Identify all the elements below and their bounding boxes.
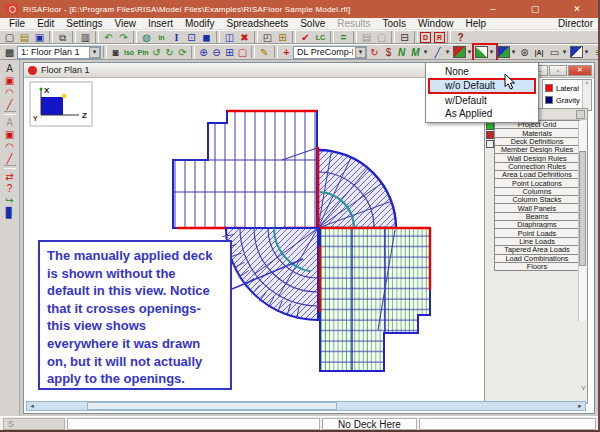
chevron-down-icon[interactable]: ▾ [422,48,429,56]
chevron-down-icon[interactable]: ▾ [466,48,473,56]
open-file-icon[interactable]: ▤ [17,31,32,44]
menu-tools[interactable]: Tools [377,18,412,29]
scroll-right-icon[interactable]: ► [575,402,585,410]
copy-icon[interactable]: ⧉ [55,31,70,44]
child-close-button[interactable]: ✕ [568,65,592,76]
rotate-right-icon[interactable]: ↻ [163,46,176,59]
window-icon[interactable]: ◰ [260,31,275,44]
zoom-extents-icon[interactable]: ▢ [236,46,249,59]
floor-plan-canvas[interactable]: X Z Y The manually applied deck is shown… [24,78,594,413]
data-entry-area-load-definitions[interactable]: Area Load Definitions [494,170,580,179]
solve-icon[interactable]: = [336,31,351,44]
box-unselect-icon[interactable]: ▣ [2,128,17,140]
snap-icon[interactable]: + [280,46,293,59]
loads-icon[interactable]: ⊛ [518,46,531,59]
minimize-button[interactable]: – [472,0,514,18]
save-selection-icon[interactable]: ↪ [2,194,17,206]
menu-spreadsheets[interactable]: Spreadsheets [220,18,294,29]
chevron-down-icon[interactable]: ▾ [444,48,451,56]
redo-icon[interactable]: ↷ [116,31,131,44]
measure-icon[interactable]: |A| [531,46,547,59]
pin-view-icon[interactable]: Pin [136,46,150,59]
units-icon[interactable]: in [154,31,169,44]
deck-load-select[interactable]: DL PreComp-Pre ▾ [293,46,367,59]
new-file-icon[interactable]: ▢ [2,31,17,44]
view-select[interactable]: 1: Floor Plan 1 ▾ [17,46,101,59]
menu-settings[interactable]: Settings [60,18,108,29]
menu-window[interactable]: Window [412,18,460,29]
check-data-icon[interactable]: ✔ [298,31,313,44]
select-all-icon[interactable]: A [2,62,17,74]
rotate-left-icon[interactable]: ↺ [150,46,163,59]
draw-node-icon[interactable]: N [395,46,408,59]
scroll-left-icon[interactable]: ◄ [27,402,37,410]
draw-toggle-icon[interactable] [486,122,494,130]
new-view-icon[interactable]: ▩ [2,46,17,59]
horizontal-scrollbar[interactable]: ◄ ► [26,401,586,411]
draw-slab-tool[interactable]: ▾ [496,45,518,60]
blank-toggle-icon[interactable] [486,140,494,148]
stop-toggle-icon[interactable] [486,131,494,139]
menu-director[interactable]: Director [552,18,598,29]
chevron-down-icon[interactable]: ▾ [89,47,100,58]
grade-tool[interactable]: ≡ ▾ [591,45,600,60]
menu-option-wo-default[interactable]: w/o Default [430,80,534,92]
menu-help[interactable]: Help [460,18,493,29]
full-model-view-icon[interactable]: ⊡ [184,31,199,44]
draw-line-tool[interactable]: ╱ ▾ [430,45,452,60]
undo-icon[interactable]: ↶ [101,31,116,44]
print-icon[interactable]: ▥ [78,31,93,44]
print-preview-icon[interactable]: ⊟ [397,31,412,44]
lock-unselected-icon[interactable]: ▊ [2,206,17,218]
menu-edit[interactable]: Edit [31,18,60,29]
detail-report-r-icon[interactable]: R [434,32,445,43]
menu-solve[interactable]: Solve [294,18,331,29]
chevron-down-icon[interactable]: ▾ [583,48,590,56]
panel-button[interactable] [576,110,585,119]
menu-modify[interactable]: Modify [179,18,220,29]
close-button[interactable]: ✕ [556,0,598,18]
shape-database-icon[interactable]: I [169,31,184,44]
box-select-icon[interactable]: ▣ [2,74,17,86]
scrollbar-thumb[interactable] [87,402,337,410]
zoom-in-icon[interactable]: ⊕ [197,46,210,59]
draw-region-tool[interactable]: ▾ [569,45,591,60]
draw-opening-tool[interactable]: ▭ ▾ [547,45,569,60]
chevron-down-icon[interactable]: ▾ [561,48,568,56]
zoom-out-icon[interactable]: ⊖ [210,46,223,59]
menu-file[interactable]: File [3,18,31,29]
menu-insert[interactable]: Insert [142,18,179,29]
legend-scroll-up-icon[interactable]: ^ [582,80,591,110]
draw-wall-tool[interactable]: ▾ [452,45,474,60]
edit-pencil-icon[interactable]: ✎ [257,46,272,59]
chevron-down-icon[interactable]: ▾ [510,48,517,56]
criteria-selection-icon[interactable]: ? [2,182,17,194]
spreadsheet-icon[interactable]: ⊞ [275,31,290,44]
polygon-unselect-icon[interactable]: ◠ [2,140,17,152]
help-icon[interactable]: ? [453,31,468,44]
save-icon[interactable]: ▣ [32,31,47,44]
saved-views-icon[interactable]: ◙ [109,46,122,59]
polygon-select-icon[interactable]: ◠ [2,86,17,98]
chevron-down-icon[interactable]: ▾ [355,47,366,58]
iso-view-icon[interactable]: Iso [122,46,136,59]
delete-items-icon[interactable]: ✖ [237,31,252,44]
model-merge-icon[interactable]: ◫ [222,31,237,44]
data-entry-scrollbar[interactable] [578,121,586,321]
refresh-icon[interactable]: ↻ [367,46,382,59]
maximize-button[interactable]: ▢ [514,0,556,18]
scrollbar-thumb[interactable] [579,151,586,266]
line-unselect-icon[interactable]: ╱ [2,152,17,164]
draw-member-tool[interactable]: M ▾ [408,45,430,60]
data-entry-tapered-area-loads[interactable]: Tapered Area Loads [494,245,580,254]
rotate-plan-icon[interactable]: ⟳ [176,46,189,59]
data-entry-member-design-rules[interactable]: Member Design Rules [494,145,580,154]
unselect-all-icon[interactable]: A [2,116,17,128]
globe-icon[interactable]: ◍ [139,31,154,44]
detail-report-d-icon[interactable]: D [420,32,431,43]
zoom-window-icon[interactable]: ⊞ [223,46,236,59]
line-select-icon[interactable]: ╱ [2,98,17,110]
scroll-down-icon[interactable]: v [582,384,586,391]
draw-deck-tool[interactable]: ▾ [474,45,496,60]
menu-option-w-default[interactable]: w/Default [426,94,538,107]
